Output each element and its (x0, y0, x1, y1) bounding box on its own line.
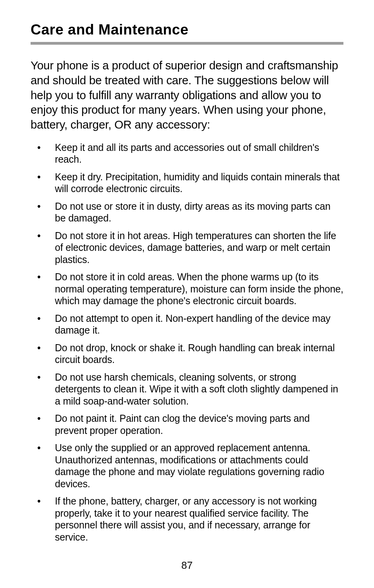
section-title: Care and Maintenance (31, 22, 343, 38)
list-item: Do not store it in cold areas. When the … (31, 271, 343, 307)
list-item: Do not paint it. Paint can clog the devi… (31, 412, 343, 436)
list-item: Keep it dry. Precipitation, humidity and… (31, 171, 343, 195)
list-item: If the phone, battery, charger, or any a… (31, 495, 343, 543)
intro-paragraph: Your phone is a product of superior desi… (31, 58, 343, 132)
list-item: Do not store it in hot areas. High tempe… (31, 230, 343, 266)
list-item: Do not attempt to open it. Non-expert ha… (31, 312, 343, 336)
list-item: Do not use harsh chemicals, cleaning sol… (31, 371, 343, 407)
bullet-list: Keep it and all its parts and accessorie… (31, 142, 343, 543)
list-item: Do not use or store it in dusty, dirty a… (31, 200, 343, 224)
page-number: 87 (0, 559, 374, 572)
list-item: Keep it and all its parts and accessorie… (31, 142, 343, 165)
title-divider (31, 42, 343, 45)
list-item: Use only the supplied or an approved rep… (31, 442, 343, 490)
list-item: Do not drop, knock or shake it. Rough ha… (31, 342, 343, 366)
